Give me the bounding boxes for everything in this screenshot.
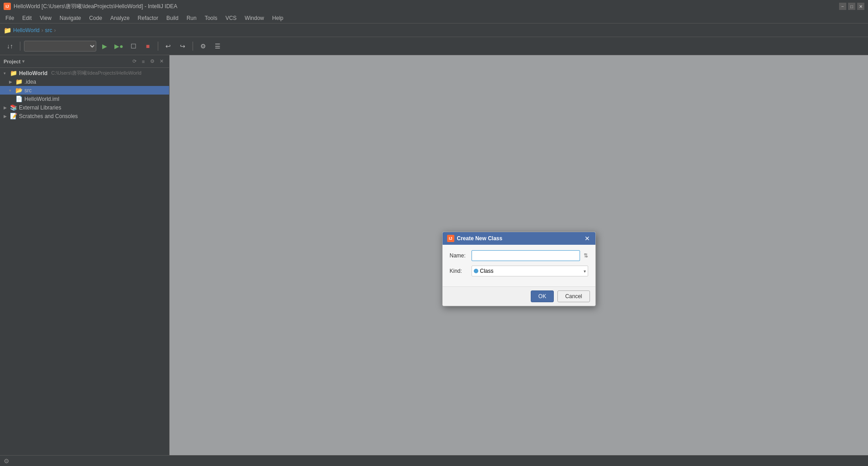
menu-edit[interactable]: Edit <box>19 14 35 22</box>
src-folder-icon: 📂 <box>15 87 23 94</box>
run-with-coverage[interactable]: ☐ <box>127 40 140 52</box>
menu-tools[interactable]: Tools <box>201 14 221 22</box>
kind-radio-indicator <box>474 269 478 273</box>
status-icon: ⚙ <box>4 457 9 465</box>
main-layout: Project ▾ ⟳ ≡ ⚙ ✕ ▾ 📁 HelloWorld C:\User… <box>0 55 868 466</box>
tree-item-iml[interactable]: 📄 HelloWorld.iml <box>0 95 169 103</box>
iml-file-icon: 📄 <box>15 95 23 102</box>
toolbar-separator-3 <box>193 42 193 51</box>
minimize-button[interactable]: − <box>839 3 846 10</box>
app-icon: IJ <box>4 3 11 10</box>
expand-arrow-src: ▾ <box>9 88 14 93</box>
extlib-icon: 📚 <box>10 104 17 111</box>
dialog-footer: OK Cancel <box>443 286 595 306</box>
nav-bar: 📁 HelloWorld › src › <box>0 24 868 37</box>
run-config-dropdown[interactable] <box>24 41 96 52</box>
dialog-close-button[interactable]: ✕ <box>584 235 591 242</box>
breadcrumb: 📁 HelloWorld › src › <box>4 27 56 34</box>
helloworld-icon: 📁 <box>10 70 17 76</box>
tree-item-idea[interactable]: ▶ 📁 .idea <box>0 77 169 86</box>
tree-item-helloworld[interactable]: ▾ 📁 HelloWorld C:\Users\唐羽曦\IdeaProjects… <box>0 69 169 77</box>
sidebar-header: Project ▾ ⟳ ≡ ⚙ ✕ <box>0 55 169 68</box>
sync-button[interactable]: ↓↑ <box>4 40 16 52</box>
tree-label-scratches: Scratches and Consoles <box>19 113 78 119</box>
breadcrumb-helloworld[interactable]: HelloWorld <box>13 27 39 33</box>
menu-window[interactable]: Window <box>241 14 268 22</box>
dialog-title-left: IJ Create New Class <box>447 235 503 242</box>
tree-path-helloworld: C:\Users\唐羽曦\IdeaProjects\HelloWorld <box>51 70 142 76</box>
expand-arrow-helloworld: ▾ <box>4 71 8 76</box>
expand-arrow-idea: ▶ <box>9 80 14 84</box>
title-bar: IJ HelloWorld [C:\Users\唐羽曦\IdeaProjects… <box>0 0 868 13</box>
cancel-button[interactable]: Cancel <box>557 290 590 302</box>
sidebar-title-arrow: ▾ <box>22 59 24 64</box>
menu-analyze[interactable]: Analyze <box>107 14 133 22</box>
undo-button[interactable]: ↩ <box>162 40 175 52</box>
debug-button[interactable]: ▶● <box>113 40 125 52</box>
dialog-overlay: IJ Create New Class ✕ Name: ⇅ Kind: <box>170 55 868 466</box>
idea-folder-icon: 📁 <box>15 78 23 85</box>
sidebar: Project ▾ ⟳ ≡ ⚙ ✕ ▾ 📁 HelloWorld C:\User… <box>0 55 170 466</box>
tree-label-helloworld: HelloWorld <box>19 70 47 76</box>
dialog-app-icon: IJ <box>447 235 454 242</box>
expand-arrow-extlib: ▶ <box>4 105 8 110</box>
toolbar: ↓↑ ▶ ▶● ☐ ■ ↩ ↪ ⚙ ☰ <box>0 37 868 55</box>
sidebar-tools: ⟳ ≡ ⚙ ✕ <box>130 57 165 66</box>
name-input[interactable] <box>472 250 580 261</box>
menu-help[interactable]: Help <box>269 14 287 22</box>
dialog-body: Name: ⇅ Kind: Class ▾ <box>443 245 595 286</box>
sidebar-sync-button[interactable]: ⟳ <box>130 57 138 66</box>
menu-view[interactable]: View <box>36 14 55 22</box>
sort-icon[interactable]: ⇅ <box>584 252 588 259</box>
sidebar-hide-button[interactable]: ✕ <box>157 57 165 66</box>
scratches-icon: 📝 <box>10 113 17 119</box>
dialog-title: Create New Class <box>457 235 503 242</box>
kind-dropdown-arrow: ▾ <box>584 269 586 274</box>
menu-code[interactable]: Code <box>85 14 106 22</box>
kind-label: Kind: <box>450 268 468 274</box>
sidebar-title[interactable]: Project ▾ <box>4 59 24 64</box>
menu-refactor[interactable]: Refactor <box>134 14 162 22</box>
window-title: HelloWorld [C:\Users\唐羽曦\IdeaProjects\He… <box>14 3 177 10</box>
expand-arrow-scratches: ▶ <box>4 114 8 119</box>
menu-navigate[interactable]: Navigate <box>56 14 85 22</box>
create-class-dialog: IJ Create New Class ✕ Name: ⇅ Kind: <box>442 232 596 306</box>
name-label: Name: <box>450 252 468 259</box>
close-button[interactable]: ✕ <box>857 3 864 10</box>
ok-button[interactable]: OK <box>531 290 554 302</box>
sidebar-settings-button[interactable]: ⚙ <box>148 57 156 66</box>
redo-button[interactable]: ↪ <box>176 40 189 52</box>
name-row: Name: ⇅ <box>450 250 588 261</box>
menu-bar: File Edit View Navigate Code Analyze Ref… <box>0 13 868 24</box>
kind-select-inner: Class <box>474 268 494 274</box>
sidebar-title-label: Project <box>4 59 20 64</box>
kind-row: Kind: Class ▾ <box>450 266 588 276</box>
sidebar-collapse-button[interactable]: ≡ <box>139 57 147 66</box>
tree-item-scratches[interactable]: ▶ 📝 Scratches and Consoles <box>0 112 169 120</box>
toolbar-separator-2 <box>158 42 158 51</box>
kind-select[interactable]: Class ▾ <box>472 266 588 276</box>
main-content: Search Everywhere Double Shift Drop file… <box>170 55 868 466</box>
tree-item-extlib[interactable]: ▶ 📚 External Libraries <box>0 103 169 112</box>
status-bar: ⚙ <box>0 455 868 466</box>
toolbar-separator-1 <box>20 42 20 51</box>
menu-run[interactable]: Run <box>183 14 200 22</box>
kind-value: Class <box>480 268 494 274</box>
settings-button[interactable]: ⚙ <box>197 40 209 52</box>
tree-label-src: src <box>24 87 32 94</box>
dialog-title-bar: IJ Create New Class ✕ <box>443 232 595 245</box>
tree-label-iml: HelloWorld.iml <box>24 96 59 102</box>
tree-label-extlib: External Libraries <box>19 105 61 111</box>
maximize-button[interactable]: □ <box>848 3 855 10</box>
sidebar-toggle[interactable]: ☰ <box>211 40 224 52</box>
tree-label-idea: .idea <box>24 79 36 85</box>
project-tree: ▾ 📁 HelloWorld C:\Users\唐羽曦\IdeaProjects… <box>0 68 169 466</box>
menu-build[interactable]: Build <box>163 14 182 22</box>
tree-item-src[interactable]: ▾ 📂 src <box>0 86 169 95</box>
breadcrumb-src[interactable]: src <box>45 27 52 33</box>
menu-file[interactable]: File <box>2 14 18 22</box>
menu-vcs[interactable]: VCS <box>222 14 241 22</box>
run-button[interactable]: ▶ <box>98 40 111 52</box>
stop-button[interactable]: ■ <box>142 40 154 52</box>
